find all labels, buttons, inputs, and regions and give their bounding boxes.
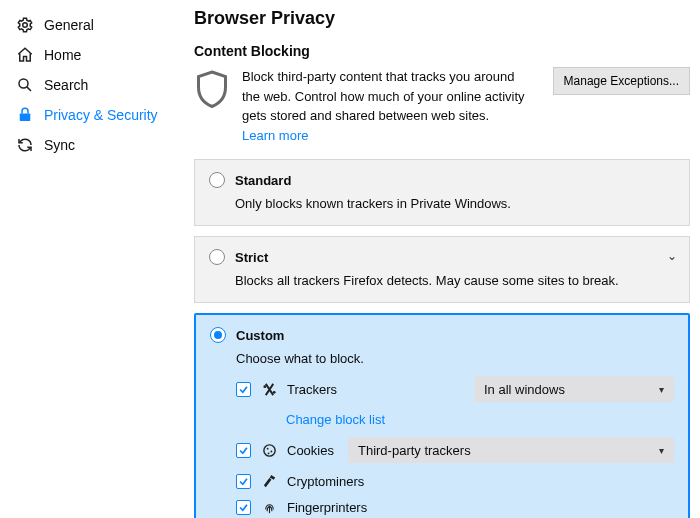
sidebar-item-privacy[interactable]: Privacy & Security xyxy=(10,100,180,130)
radio-custom[interactable] xyxy=(210,327,226,343)
sidebar-item-label: Sync xyxy=(44,137,75,153)
cookies-select[interactable]: Third-party trackers ▾ xyxy=(348,437,674,463)
option-subtitle: Choose what to block. xyxy=(236,351,674,366)
sidebar-item-home[interactable]: Home xyxy=(10,40,180,70)
search-icon xyxy=(16,76,34,94)
svg-point-7 xyxy=(266,447,268,449)
svg-point-5 xyxy=(272,390,275,393)
dropdown-icon: ▾ xyxy=(659,384,664,395)
svg-point-0 xyxy=(23,23,28,28)
shield-icon xyxy=(194,69,230,109)
fingerprint-icon xyxy=(261,499,277,515)
learn-more-link[interactable]: Learn more xyxy=(242,128,308,143)
cryptominers-label: Cryptominers xyxy=(287,474,364,489)
option-custom[interactable]: Custom Choose what to block. Trackers In… xyxy=(194,313,690,518)
option-subtitle: Blocks all trackers Firefox detects. May… xyxy=(235,273,675,288)
home-icon xyxy=(16,46,34,64)
cookies-checkbox[interactable] xyxy=(236,443,251,458)
option-title: Strict xyxy=(235,250,268,265)
change-block-list-link[interactable]: Change block list xyxy=(286,412,385,427)
page-title: Browser Privacy xyxy=(194,8,690,29)
dropdown-icon: ▾ xyxy=(659,445,664,456)
custom-options: Trackers In all windows ▾ Change block l… xyxy=(236,376,674,515)
trackers-select[interactable]: In all windows ▾ xyxy=(474,376,674,402)
option-strict[interactable]: ⌄ Strict Blocks all trackers Firefox det… xyxy=(194,236,690,303)
sidebar-item-sync[interactable]: Sync xyxy=(10,130,180,160)
sidebar-item-label: Search xyxy=(44,77,88,93)
content-blocking-description-row: Block third-party content that tracks yo… xyxy=(194,67,690,145)
sync-icon xyxy=(16,136,34,154)
svg-point-8 xyxy=(270,450,272,452)
main-panel: Browser Privacy Content Blocking Block t… xyxy=(180,0,700,518)
sidebar-item-label: Privacy & Security xyxy=(44,107,158,123)
trackers-checkbox[interactable] xyxy=(236,382,251,397)
trackers-row: Trackers In all windows ▾ xyxy=(236,376,674,402)
svg-line-2 xyxy=(27,87,31,91)
radio-standard[interactable] xyxy=(209,172,225,188)
svg-point-6 xyxy=(263,444,274,455)
cookies-row: Cookies Third-party trackers ▾ xyxy=(236,437,674,463)
trackers-icon xyxy=(261,381,277,397)
radio-strict[interactable] xyxy=(209,249,225,265)
lock-icon xyxy=(16,106,34,124)
fingerprinters-label: Fingerprinters xyxy=(287,500,367,515)
content-blocking-description: Block third-party content that tracks yo… xyxy=(242,67,531,145)
manage-exceptions-button[interactable]: Manage Exceptions... xyxy=(553,67,690,95)
option-subtitle: Only blocks known trackers in Private Wi… xyxy=(235,196,675,211)
fingerprinters-row: Fingerprinters xyxy=(236,499,674,515)
sidebar-item-general[interactable]: General xyxy=(10,10,180,40)
sidebar-item-label: General xyxy=(44,17,94,33)
svg-rect-3 xyxy=(20,114,31,122)
settings-sidebar: General Home Search Privacy & Security S… xyxy=(0,0,180,518)
cookies-label: Cookies xyxy=(287,443,334,458)
section-title: Content Blocking xyxy=(194,43,690,59)
cryptominers-row: Cryptominers xyxy=(236,473,674,489)
svg-point-9 xyxy=(267,452,269,454)
cryptominer-icon xyxy=(261,473,277,489)
sidebar-item-search[interactable]: Search xyxy=(10,70,180,100)
option-title: Standard xyxy=(235,173,291,188)
sidebar-item-label: Home xyxy=(44,47,81,63)
trackers-label: Trackers xyxy=(287,382,337,397)
cookie-icon xyxy=(261,442,277,458)
gear-icon xyxy=(16,16,34,34)
svg-point-1 xyxy=(19,79,28,88)
svg-point-4 xyxy=(263,385,266,388)
fingerprinters-checkbox[interactable] xyxy=(236,500,251,515)
option-title: Custom xyxy=(236,328,284,343)
chevron-down-icon[interactable]: ⌄ xyxy=(667,249,677,263)
cryptominers-checkbox[interactable] xyxy=(236,474,251,489)
option-standard[interactable]: Standard Only blocks known trackers in P… xyxy=(194,159,690,226)
